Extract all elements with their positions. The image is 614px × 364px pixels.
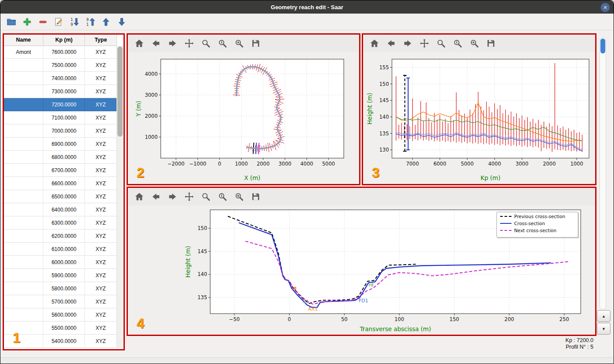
- table-row[interactable]: 7100.0000XYZ: [4, 111, 124, 124]
- zoom-button[interactable]: [436, 38, 446, 49]
- table-row[interactable]: Amont7600.0000XYZ: [4, 46, 124, 59]
- cell-name: Amont: [4, 46, 43, 59]
- table-row[interactable]: 5400.0000XYZ: [4, 335, 124, 348]
- column-header-kp[interactable]: Kp (m): [43, 35, 85, 46]
- table-row[interactable]: 5800.0000XYZ: [4, 282, 124, 295]
- table-scrollbar[interactable]: [116, 46, 123, 348]
- cell-kp: 6700.0000: [43, 164, 85, 177]
- sort-descending-button[interactable]: 19: [69, 16, 80, 28]
- cell-name: [4, 124, 43, 138]
- back-arrow-icon: [386, 39, 396, 48]
- table-row[interactable]: 6200.0000XYZ: [4, 230, 124, 243]
- cross-section-plot[interactable]: rgX1AX1FD1rd−500501001502002501351401451…: [128, 205, 595, 335]
- move-down-button[interactable]: [116, 16, 127, 28]
- cell-name: [4, 59, 43, 72]
- cell-type: XYZ: [85, 256, 117, 269]
- table-row[interactable]: 7400.0000XYZ: [4, 72, 124, 85]
- table-row[interactable]: 6700.0000XYZ: [4, 164, 124, 177]
- close-icon: ✕: [603, 5, 607, 11]
- save-button[interactable]: [251, 191, 261, 202]
- home-button[interactable]: [134, 191, 145, 202]
- table-row[interactable]: 7300.0000XYZ: [4, 85, 124, 98]
- cell-kp: 6900.0000: [43, 138, 85, 151]
- zoom-in-button[interactable]: [469, 38, 480, 49]
- svg-text:4000: 4000: [488, 161, 501, 167]
- cell-type: XYZ: [85, 308, 117, 322]
- zoom-region-button[interactable]: [217, 38, 228, 49]
- home-icon: [370, 39, 379, 48]
- save-button[interactable]: [486, 38, 496, 49]
- pan-button[interactable]: [184, 38, 194, 49]
- main-scrollbar[interactable]: [600, 37, 606, 310]
- cell-kp: 7000.0000: [43, 124, 85, 138]
- cell-type: XYZ: [85, 203, 117, 216]
- svg-text:FD1: FD1: [359, 298, 368, 304]
- move-up-button[interactable]: [100, 16, 112, 28]
- kp-readout: Kp : 7200.0: [565, 337, 593, 344]
- zoom-in-button[interactable]: [234, 191, 244, 202]
- table-row[interactable]: 6900.0000XYZ: [4, 138, 124, 151]
- main-scrollbar-thumb[interactable]: [600, 39, 605, 53]
- profile-down-button[interactable]: ▼: [597, 323, 610, 335]
- back-arrow-button[interactable]: [151, 191, 161, 202]
- cell-type: XYZ: [85, 46, 117, 59]
- edit-profile-button[interactable]: [53, 16, 64, 28]
- table-row[interactable]: 5900.0000XYZ: [4, 269, 124, 282]
- table-row[interactable]: 6000.0000XYZ: [4, 256, 124, 269]
- table-scrollbar-thumb[interactable]: [117, 46, 123, 137]
- longitudinal-profile-plot[interactable]: 7000600050004000300020001000130135140145…: [363, 52, 595, 184]
- pan-button[interactable]: [184, 191, 194, 202]
- cell-kp: 6200.0000: [43, 230, 85, 243]
- pan-button[interactable]: [419, 38, 430, 49]
- cell-name: [4, 322, 43, 335]
- table-row[interactable]: 6100.0000XYZ: [4, 243, 124, 256]
- forward-arrow-button[interactable]: [167, 38, 178, 49]
- remove-profile-button[interactable]: [37, 16, 49, 28]
- back-arrow-button[interactable]: [151, 38, 161, 49]
- table-row[interactable]: 6400.0000XYZ: [4, 203, 124, 216]
- titlebar[interactable]: Geometry reach edit - Saar ✕: [0, 0, 614, 14]
- open-folder-icon: [7, 17, 16, 27]
- svg-text:rd: rd: [368, 282, 373, 288]
- open-file-button[interactable]: [6, 16, 17, 28]
- home-icon: [134, 39, 144, 48]
- table-row[interactable]: 6800.0000XYZ: [4, 151, 124, 164]
- add-profile-button[interactable]: [21, 16, 33, 28]
- table-row[interactable]: 6300.0000XYZ: [4, 216, 124, 230]
- cell-name: [4, 98, 43, 111]
- table-row[interactable]: 6600.0000XYZ: [4, 177, 124, 190]
- table-row[interactable]: 7200.0000XYZ: [4, 98, 124, 111]
- profile-up-button[interactable]: ▲: [597, 310, 610, 322]
- cell-kp: 7100.0000: [43, 111, 85, 124]
- zoom-button[interactable]: [201, 191, 211, 202]
- back-arrow-button[interactable]: [386, 38, 396, 49]
- column-header-name[interactable]: Name: [4, 35, 43, 46]
- table-row[interactable]: 5500.0000XYZ: [4, 322, 124, 335]
- table-row[interactable]: 6500.0000XYZ: [4, 190, 124, 203]
- table-row[interactable]: 5700.0000XYZ: [4, 295, 124, 308]
- cell-kp: 5400.0000: [43, 335, 85, 348]
- save-button[interactable]: [251, 38, 261, 49]
- cell-name: [4, 256, 43, 269]
- forward-arrow-button[interactable]: [402, 38, 413, 49]
- svg-text:1: 1: [71, 17, 73, 21]
- table-row[interactable]: 5600.0000XYZ: [4, 308, 124, 322]
- forward-arrow-button[interactable]: [167, 191, 178, 202]
- home-button[interactable]: [369, 38, 380, 49]
- svg-text:−2000: −2000: [167, 161, 184, 167]
- cell-name: [4, 243, 43, 256]
- zoom-in-button[interactable]: [234, 38, 244, 49]
- zoom-region-button[interactable]: [217, 191, 228, 202]
- svg-text:Height (m): Height (m): [366, 93, 373, 125]
- zoom-button[interactable]: [201, 38, 211, 49]
- zoom-region-button[interactable]: [452, 38, 463, 49]
- cell-kp: 6300.0000: [43, 216, 85, 230]
- longitudinal-profile-canvas: 7000600050004000300020001000130135140145…: [363, 52, 595, 184]
- close-button[interactable]: ✕: [600, 3, 610, 12]
- home-button[interactable]: [134, 38, 145, 49]
- table-row[interactable]: 7000.0000XYZ: [4, 124, 124, 138]
- column-header-type[interactable]: Type: [85, 35, 117, 46]
- table-row[interactable]: 7500.0000XYZ: [4, 59, 124, 72]
- sort-ascending-button[interactable]: 91: [85, 16, 96, 28]
- plan-view-plot[interactable]: −2000−1000010002000300040005000100020003…: [128, 52, 359, 184]
